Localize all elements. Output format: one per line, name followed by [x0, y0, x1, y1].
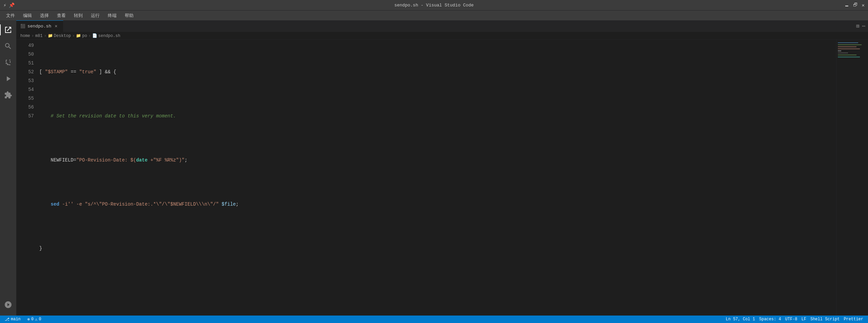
error-icon: ⊗ — [27, 317, 30, 322]
menu-run[interactable]: 运行 — [87, 11, 103, 20]
menu-edit[interactable]: 编辑 — [20, 11, 35, 20]
code-editor[interactable]: 49 50 51 52 53 54 55 56 57 [ "$STAMP" ==… — [16, 40, 868, 316]
window-title: sendpo.sh - Visual Studio Code — [394, 3, 473, 8]
statusbar-language-label: Shell Script — [810, 317, 840, 322]
line-num-53: 53 — [22, 76, 34, 85]
breadcrumb-m81[interactable]: m81 — [35, 34, 43, 38]
warning-icon: ⚠ — [35, 317, 37, 322]
svg-rect-8 — [838, 57, 860, 57]
editor-area: ⬛ sendpo.sh × ⊞ ⋯ home › m81 › 📁 Desktop… — [16, 20, 868, 316]
tab-sendpo[interactable]: ⬛ sendpo.sh × — [16, 20, 63, 32]
app-icon: ⚡ — [3, 2, 6, 8]
menu-view[interactable]: 查看 — [54, 11, 69, 20]
minimap-canvas — [836, 40, 863, 108]
statusbar-eol[interactable]: LF — [800, 317, 808, 322]
breadcrumb-file[interactable]: 📄 sendpo.sh — [92, 33, 120, 38]
statusbar-position-label: Ln 57, Col 1 — [726, 317, 755, 322]
restore-icon[interactable]: 🗗 — [853, 2, 858, 8]
line-num-55: 55 — [22, 94, 34, 103]
activity-remote[interactable] — [0, 297, 16, 313]
tabs-right-controls: ⊞ ⋯ — [853, 20, 868, 32]
svg-rect-0 — [836, 40, 863, 108]
activity-source-control[interactable] — [0, 54, 16, 71]
statusbar-spaces-label: Spaces: 4 — [759, 317, 781, 322]
menu-file[interactable]: 文件 — [3, 11, 18, 20]
menu-help[interactable]: 帮助 — [121, 11, 137, 20]
breadcrumb-desktop[interactable]: 📁 Desktop — [48, 33, 71, 38]
code-line-53: } — [37, 244, 836, 253]
activity-explorer[interactable] — [0, 22, 16, 38]
statusbar-eol-label: LF — [802, 317, 806, 322]
svg-rect-7 — [838, 55, 856, 55]
desktop-folder-icon: 📁 — [48, 33, 53, 38]
breadcrumb-sep-1: › — [32, 34, 34, 38]
code-content[interactable]: [ "$STAMP" == "true" ] && { # Set the re… — [37, 40, 836, 316]
statusbar-encoding[interactable]: UTF-8 — [784, 317, 799, 322]
code-line-52: sed -i'' -e "s/^\"PO-Revision-Date:.*\"/… — [37, 200, 836, 209]
svg-rect-2 — [838, 44, 862, 45]
titlebar-left: ⚡ 📌 — [3, 2, 15, 8]
breadcrumb-sep-2: › — [44, 34, 46, 38]
line-num-52: 52 — [22, 68, 34, 76]
git-branch-icon: ⎇ — [5, 317, 9, 322]
file-icon: 📄 — [92, 33, 97, 38]
activity-search[interactable] — [0, 38, 16, 54]
activity-extensions[interactable] — [0, 87, 16, 103]
statusbar-branch[interactable]: ⎇ main — [3, 316, 22, 323]
tab-close-button[interactable]: × — [53, 23, 59, 30]
svg-rect-6 — [838, 53, 848, 53]
line-num-49: 49 — [22, 41, 34, 50]
breadcrumb: home › m81 › 📁 Desktop › 📁 po › 📄 sendpo… — [16, 32, 868, 40]
statusbar: ⎇ main ⊗ 0 ⚠ 0 Ln 57, Col 1 Spaces: 4 UT… — [0, 316, 868, 323]
breadcrumb-home[interactable]: home — [20, 34, 30, 38]
statusbar-branch-label: main — [11, 317, 21, 322]
line-num-51: 51 — [22, 59, 34, 68]
statusbar-formatter[interactable]: Prettier — [842, 317, 865, 322]
split-editor-icon[interactable]: ⊞ — [856, 23, 860, 30]
tabs-bar: ⬛ sendpo.sh × ⊞ ⋯ — [16, 20, 868, 32]
statusbar-errors[interactable]: ⊗ 0 ⚠ 0 — [26, 316, 43, 323]
pin-icon[interactable]: 📌 — [9, 2, 15, 8]
vertical-scrollbar[interactable] — [863, 40, 868, 316]
tab-label: sendpo.sh — [27, 24, 51, 29]
titlebar-controls: 🗕 🗗 ✕ — [844, 2, 865, 8]
main-area: ⬛ sendpo.sh × ⊞ ⋯ home › m81 › 📁 Desktop… — [0, 20, 868, 316]
menubar: 文件 编辑 选择 查看 转到 运行 终端 帮助 — [0, 10, 868, 20]
titlebar: ⚡ 📌 sendpo.sh - Visual Studio Code 🗕 🗗 ✕ — [0, 0, 868, 10]
po-folder-icon: 📁 — [76, 33, 81, 38]
code-line-54 — [37, 288, 836, 297]
svg-rect-1 — [838, 42, 858, 43]
breadcrumb-po[interactable]: 📁 po — [76, 33, 87, 38]
minimize-icon[interactable]: 🗕 — [844, 2, 849, 8]
line-num-57: 57 — [22, 112, 34, 120]
code-line-51: NEWFIELD="PO-Revision-Date: $(date +"%F … — [37, 156, 836, 165]
statusbar-formatter-label: Prettier — [844, 317, 863, 322]
activity-bar — [0, 20, 16, 316]
statusbar-position[interactable]: Ln 57, Col 1 — [724, 317, 756, 322]
code-line-50: # Set the revision date to this very mom… — [37, 112, 836, 120]
breadcrumb-sep-4: › — [88, 34, 91, 38]
code-line-49: [ "$STAMP" == "true" ] && { — [37, 68, 836, 76]
more-actions-icon[interactable]: ⋯ — [862, 23, 865, 30]
statusbar-spaces[interactable]: Spaces: 4 — [758, 317, 783, 322]
statusbar-error-count: 0 — [31, 317, 34, 322]
line-num-54: 54 — [22, 85, 34, 94]
tab-file-icon: ⬛ — [20, 24, 25, 29]
minimap — [836, 40, 863, 316]
line-num-56: 56 — [22, 103, 34, 112]
breadcrumb-sep-3: › — [72, 34, 75, 38]
line-num-50: 50 — [22, 50, 34, 59]
statusbar-right: Ln 57, Col 1 Spaces: 4 UTF-8 LF Shell Sc… — [724, 317, 865, 322]
menu-select[interactable]: 选择 — [37, 11, 52, 20]
statusbar-language[interactable]: Shell Script — [809, 317, 841, 322]
svg-rect-4 — [838, 49, 860, 49]
statusbar-encoding-label: UTF-8 — [785, 317, 798, 322]
activity-run[interactable] — [0, 71, 16, 87]
statusbar-warning-count: 0 — [39, 317, 41, 322]
svg-rect-5 — [838, 51, 841, 51]
menu-goto[interactable]: 转到 — [70, 11, 86, 20]
close-icon[interactable]: ✕ — [862, 2, 865, 8]
menu-terminal[interactable]: 终端 — [104, 11, 120, 20]
svg-rect-3 — [838, 46, 856, 47]
line-numbers: 49 50 51 52 53 54 55 56 57 — [16, 40, 37, 316]
